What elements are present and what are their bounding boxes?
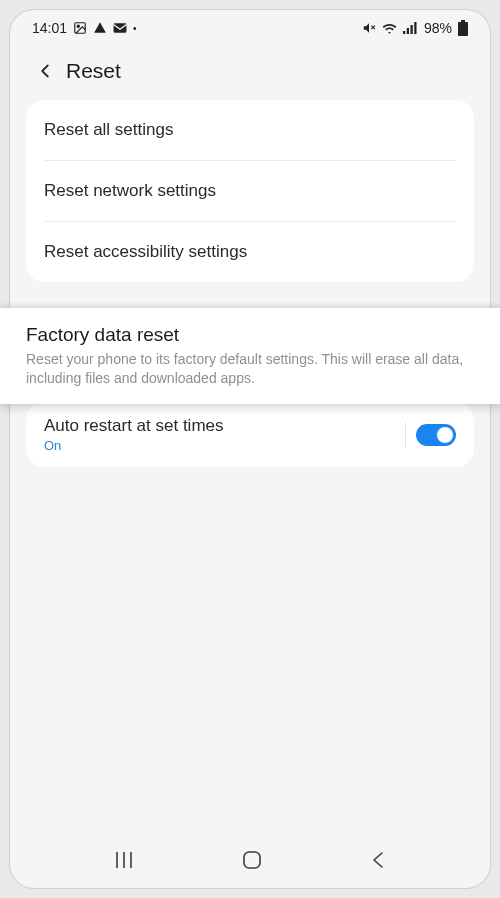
reset-network-settings[interactable]: Reset network settings bbox=[26, 161, 474, 221]
svg-rect-5 bbox=[403, 31, 405, 34]
image-icon bbox=[73, 21, 87, 35]
mail-icon bbox=[113, 22, 127, 34]
navigation-bar bbox=[10, 838, 490, 888]
svg-rect-6 bbox=[407, 28, 409, 34]
chevron-left-icon bbox=[370, 850, 386, 870]
svg-rect-7 bbox=[410, 25, 412, 34]
status-left: 14:01 • bbox=[32, 20, 137, 36]
factory-data-reset[interactable]: Factory data reset Reset your phone to i… bbox=[0, 308, 500, 404]
battery-icon bbox=[458, 20, 468, 36]
battery-percent: 98% bbox=[424, 20, 452, 36]
factory-reset-title: Factory data reset bbox=[26, 324, 474, 346]
recents-icon bbox=[114, 851, 134, 869]
factory-reset-description: Reset your phone to its factory default … bbox=[26, 350, 474, 388]
svg-rect-2 bbox=[114, 23, 127, 32]
auto-restart-toggle-wrap bbox=[405, 422, 456, 448]
more-icon: • bbox=[133, 23, 137, 34]
toggle-knob bbox=[436, 426, 454, 444]
auto-restart-toggle[interactable] bbox=[416, 424, 456, 446]
svg-rect-8 bbox=[414, 22, 416, 34]
signal-icon bbox=[403, 22, 418, 34]
auto-restart-card[interactable]: Auto restart at set times On bbox=[26, 402, 474, 467]
toggle-separator bbox=[405, 422, 406, 448]
wifi-icon bbox=[382, 22, 397, 34]
home-icon bbox=[242, 850, 262, 870]
status-bar: 14:01 • 98% bbox=[10, 10, 490, 46]
chevron-left-icon bbox=[34, 60, 56, 82]
svg-point-1 bbox=[77, 25, 79, 27]
content-area: Reset all settings Reset network setting… bbox=[10, 100, 490, 838]
mute-icon bbox=[362, 21, 376, 35]
svg-rect-10 bbox=[458, 22, 468, 36]
reset-accessibility-settings[interactable]: Reset accessibility settings bbox=[26, 222, 474, 282]
auto-restart-title: Auto restart at set times bbox=[44, 416, 224, 436]
device-frame: 14:01 • 98% bbox=[10, 10, 490, 888]
page-title: Reset bbox=[66, 59, 121, 83]
page-header: Reset bbox=[10, 46, 490, 100]
svg-rect-9 bbox=[461, 20, 465, 22]
warning-icon bbox=[93, 21, 107, 35]
auto-restart-status: On bbox=[44, 438, 224, 453]
home-button[interactable] bbox=[242, 850, 262, 870]
svg-rect-14 bbox=[244, 852, 260, 868]
status-right: 98% bbox=[362, 20, 468, 36]
status-time: 14:01 bbox=[32, 20, 67, 36]
reset-all-settings[interactable]: Reset all settings bbox=[26, 100, 474, 160]
recents-button[interactable] bbox=[114, 851, 134, 869]
reset-options-card: Reset all settings Reset network setting… bbox=[26, 100, 474, 282]
nav-back-button[interactable] bbox=[370, 850, 386, 870]
back-button[interactable] bbox=[30, 56, 60, 86]
auto-restart-labels: Auto restart at set times On bbox=[44, 416, 224, 453]
